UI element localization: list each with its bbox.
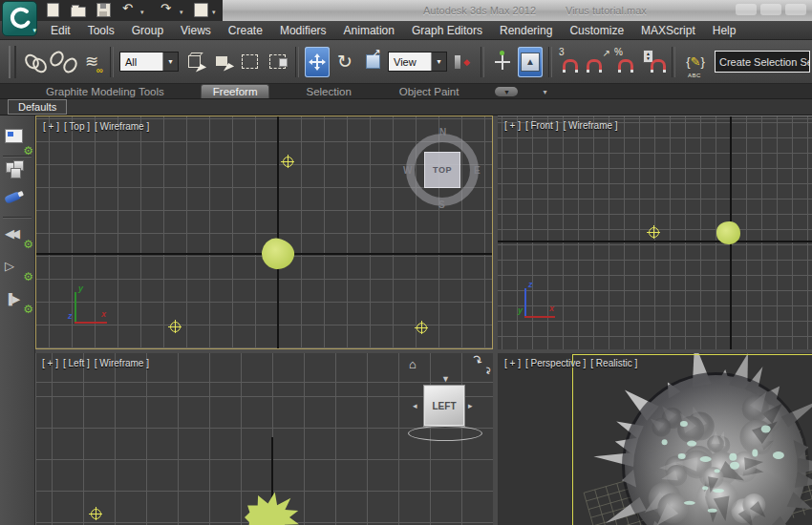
viewport-menu-shading[interactable]: [ Wireframe ]: [95, 121, 149, 132]
maximize-button[interactable]: [760, 4, 781, 15]
viewport-menu-name[interactable]: [ Front ]: [525, 120, 558, 131]
menu-graph-editors[interactable]: Graph Editors: [412, 24, 482, 37]
viewcube[interactable]: N E S W TOP: [401, 129, 483, 211]
polydraw-icon[interactable]: ⚙: [5, 129, 31, 154]
viewport-menu-plus[interactable]: [ + ]: [504, 120, 521, 131]
minimize-ribbon-icon[interactable]: ▼: [495, 87, 518, 96]
angle-snap-icon[interactable]: ↗: [586, 47, 610, 77]
selection-filter-dropdown[interactable]: All ▼: [119, 52, 179, 72]
point-helper[interactable]: [649, 227, 659, 238]
primitives-icon[interactable]: [5, 160, 31, 185]
select-and-link-icon[interactable]: [23, 47, 48, 77]
point-helper[interactable]: [283, 157, 293, 167]
tab-object-paint[interactable]: Object Paint: [388, 85, 471, 98]
select-and-scale-icon[interactable]: ↗: [360, 47, 385, 77]
virus-object-top-view[interactable]: [259, 236, 296, 271]
redo-icon[interactable]: ↷: [160, 1, 171, 16]
menu-customize[interactable]: Customize: [569, 24, 624, 37]
minimize-button[interactable]: [736, 4, 757, 15]
quick-access-more-icon[interactable]: ▾: [212, 9, 216, 16]
viewport-menu-plus[interactable]: [ + ]: [43, 121, 59, 132]
app-menu-button[interactable]: ▾: [2, 1, 37, 36]
close-button[interactable]: [785, 4, 806, 15]
viewport-menu-shading[interactable]: [ Wireframe ]: [95, 358, 149, 368]
viewport-perspective[interactable]: [ + ] [ Perspective ] [ Realistic ]: [498, 353, 812, 525]
viewcube-top-face[interactable]: TOP: [424, 152, 460, 188]
point-helper[interactable]: [417, 323, 427, 333]
viewcube-home-icon[interactable]: ⌂: [409, 357, 417, 371]
point-helper[interactable]: [170, 322, 181, 332]
compass-east[interactable]: E: [474, 165, 481, 176]
menu-animation[interactable]: Animation: [344, 24, 395, 37]
viewport-menu-plus[interactable]: [ + ]: [42, 358, 58, 368]
play-animation-icon[interactable]: ▷⚙: [5, 255, 31, 280]
spinner-snap-icon[interactable]: ▲▼: [641, 47, 666, 77]
percent-snap-icon[interactable]: %: [613, 47, 638, 77]
select-by-name-icon[interactable]: [209, 47, 234, 77]
edit-named-selection-sets-icon[interactable]: {✎} ABC: [681, 47, 710, 77]
virus-object-render[interactable]: [498, 353, 812, 525]
viewport-menu-name[interactable]: [ Left ]: [63, 358, 90, 368]
viewcube-compass-ellipse[interactable]: [408, 426, 482, 441]
snaps-toggle-icon[interactable]: 3: [558, 47, 583, 77]
save-file-icon[interactable]: [96, 3, 111, 18]
named-selection-set-input[interactable]: Create Selection Se: [715, 51, 810, 73]
viewport-menu-plus[interactable]: [ + ]: [504, 358, 521, 368]
virus-object-front-view[interactable]: [716, 221, 740, 244]
point-helper[interactable]: [91, 509, 101, 519]
tab-freeform[interactable]: Freeform: [201, 84, 270, 98]
tab-graphite-modeling-tools[interactable]: Graphite Modeling Tools: [34, 85, 176, 98]
menu-edit[interactable]: Edit: [51, 24, 71, 37]
viewcube-rotate-cw-icon[interactable]: ↷: [469, 353, 486, 369]
panel-tab-defaults[interactable]: Defaults: [8, 99, 67, 115]
compass-south[interactable]: S: [438, 200, 445, 210]
undo-dropdown-icon[interactable]: ▾: [140, 9, 144, 16]
viewport-top[interactable]: [ + ] [ Top ] [ Wireframe ] N E S W TOP …: [35, 116, 493, 349]
tab-selection[interactable]: Selection: [294, 85, 362, 98]
go-to-start-icon[interactable]: ◀◀⚙: [5, 222, 31, 247]
window-crossing-icon[interactable]: [265, 47, 289, 77]
use-pivot-point-icon[interactable]: ◆: [450, 47, 475, 77]
viewcube-left-face[interactable]: LEFT: [423, 385, 465, 427]
project-folder-icon[interactable]: [194, 3, 208, 18]
viewport-menu-name[interactable]: [ Top ]: [64, 121, 90, 132]
bind-to-space-warp-icon[interactable]: ≋∞: [79, 47, 104, 77]
ribbon-options-caret-icon[interactable]: ▾: [543, 88, 546, 96]
open-file-icon[interactable]: [71, 3, 86, 18]
select-and-move-icon[interactable]: [305, 47, 330, 77]
viewport-menu-name[interactable]: [ Perspective ]: [525, 358, 586, 368]
compass-north[interactable]: N: [439, 127, 446, 137]
rectangular-selection-region-icon[interactable]: [237, 47, 262, 77]
menu-maxscript[interactable]: MAXScript: [641, 24, 695, 37]
viewport-front[interactable]: [ + ] [ Front ] [ Wireframe ] z x y: [498, 116, 812, 349]
step-forward-icon[interactable]: ▐▶⚙: [5, 287, 31, 312]
keyboard-shortcut-override-icon[interactable]: ▲: [518, 47, 543, 77]
menu-rendering[interactable]: Rendering: [500, 24, 552, 37]
viewport-left[interactable]: [ + ] [ Left ] [ Wireframe ] ⌂ ↷ ↷ ▼ ◂ ▸…: [35, 353, 493, 525]
toolbar-grip[interactable]: [9, 46, 16, 78]
select-and-manipulate-icon[interactable]: [490, 47, 515, 77]
menu-modifiers[interactable]: Modifiers: [280, 24, 327, 37]
menu-views[interactable]: Views: [181, 24, 211, 37]
undo-icon[interactable]: ↶: [122, 1, 133, 16]
compass-west[interactable]: W: [403, 165, 412, 176]
redo-dropdown-icon[interactable]: ▾: [180, 9, 183, 16]
tripod-z-label: z: [68, 311, 73, 321]
menu-create[interactable]: Create: [228, 24, 263, 37]
viewport-menu-shading[interactable]: [ Realistic ]: [590, 358, 637, 368]
viewcube-arrow-right[interactable]: ▸: [468, 401, 473, 410]
viewport-menu-shading[interactable]: [ Wireframe ]: [563, 120, 617, 131]
viewcube-arrow-left[interactable]: ◂: [413, 401, 417, 410]
viewcube-rotate-cw-icon[interactable]: ↷: [481, 366, 493, 377]
unlink-selection-icon[interactable]: [51, 47, 76, 77]
paint-deform-brush-icon[interactable]: [5, 188, 31, 213]
viewcube-arrow-up[interactable]: ▼: [441, 374, 450, 384]
menu-group[interactable]: Group: [132, 24, 163, 37]
reference-coordinate-dropdown[interactable]: View ▼: [388, 52, 447, 72]
select-object-icon[interactable]: [182, 47, 206, 77]
select-and-rotate-icon[interactable]: ↻: [332, 47, 357, 77]
menu-tools[interactable]: Tools: [88, 24, 115, 37]
viewcube[interactable]: ⌂ ↷ ↷ ▼ ◂ ▸ LEFT: [403, 353, 493, 449]
new-file-icon[interactable]: [47, 3, 59, 18]
menu-help[interactable]: Help: [713, 24, 737, 37]
